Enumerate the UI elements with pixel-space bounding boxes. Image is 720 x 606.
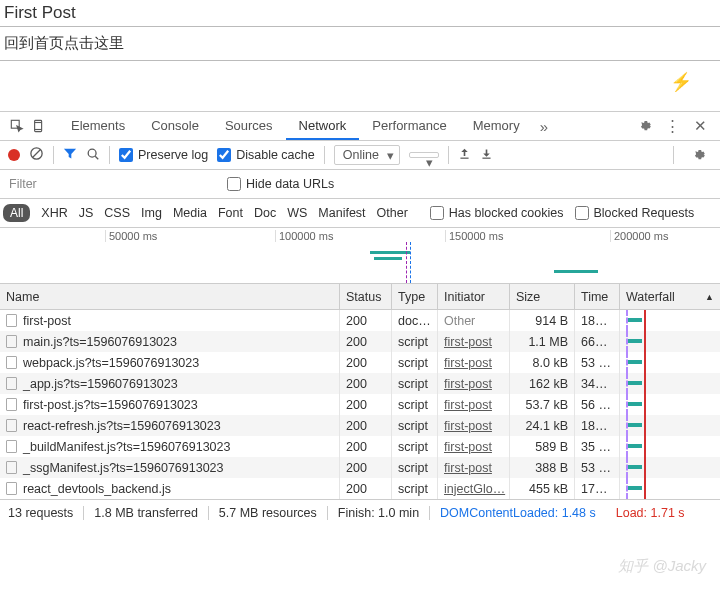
timeline-overview[interactable]: 50000 ms100000 ms150000 ms200000 ms xyxy=(0,228,720,284)
cell-initiator[interactable]: first-post xyxy=(438,331,510,352)
cell-initiator[interactable]: first-post xyxy=(438,457,510,478)
svg-line-7 xyxy=(95,156,98,159)
network-row[interactable]: webpack.js?ts=1596076913023200scriptfirs… xyxy=(0,352,720,373)
tab-console[interactable]: Console xyxy=(138,112,212,140)
devtools-tabs: ElementsConsoleSourcesNetworkPerformance… xyxy=(58,112,533,140)
network-row[interactable]: main.js?ts=1596076913023200scriptfirst-p… xyxy=(0,331,720,352)
cell-name: first-post.js?ts=1596076913023 xyxy=(0,394,340,415)
network-row[interactable]: _buildManifest.js?ts=1596076913023200scr… xyxy=(0,436,720,457)
settings-gear-icon[interactable] xyxy=(629,119,658,134)
bolt-icon: ⚡ xyxy=(670,71,692,93)
disable-cache-checkbox[interactable]: Disable cache xyxy=(217,148,315,162)
network-row[interactable]: first-post.js?ts=1596076913023200scriptf… xyxy=(0,394,720,415)
type-xhr[interactable]: XHR xyxy=(41,206,67,220)
back-home-link[interactable]: 回到首页点击这里 xyxy=(0,27,720,60)
cell-name: _app.js?ts=1596076913023 xyxy=(0,373,340,394)
cell-type: script xyxy=(392,331,438,352)
throttling-select[interactable]: Online xyxy=(334,145,400,165)
inspect-icon[interactable] xyxy=(6,112,28,140)
tab-network[interactable]: Network xyxy=(286,112,360,140)
filter-bar: Hide data URLs xyxy=(0,170,720,199)
network-row[interactable]: _ssgManifest.js?ts=1596076913023200scrip… xyxy=(0,457,720,478)
cell-initiator[interactable]: first-post xyxy=(438,352,510,373)
svg-rect-9 xyxy=(482,158,490,159)
cell-size: 24.1 kB xyxy=(510,415,575,436)
col-waterfall[interactable]: Waterfall▲ xyxy=(620,284,720,309)
timeline-tick: 50000 ms xyxy=(105,230,157,242)
network-row[interactable]: _app.js?ts=1596076913023200scriptfirst-p… xyxy=(0,373,720,394)
device-toggle-icon[interactable] xyxy=(28,112,50,140)
record-button[interactable] xyxy=(8,149,20,161)
cell-status: 200 xyxy=(340,352,392,373)
download-har-icon[interactable] xyxy=(480,147,493,163)
col-time[interactable]: Time xyxy=(575,284,620,309)
tab-performance[interactable]: Performance xyxy=(359,112,459,140)
cell-name: first-post xyxy=(0,310,340,331)
col-name[interactable]: Name xyxy=(0,284,340,309)
type-css[interactable]: CSS xyxy=(104,206,130,220)
network-row[interactable]: first-post200doc…Other914 B18… xyxy=(0,310,720,331)
kebab-menu-icon[interactable]: ⋮ xyxy=(658,117,687,135)
cell-initiator[interactable]: first-post xyxy=(438,436,510,457)
tab-sources[interactable]: Sources xyxy=(212,112,286,140)
file-icon xyxy=(6,377,17,390)
cell-time: 56 … xyxy=(575,394,620,415)
svg-line-5 xyxy=(33,150,41,158)
network-settings-gear-icon[interactable] xyxy=(683,148,712,163)
type-font[interactable]: Font xyxy=(218,206,243,220)
blocked-requests-checkbox[interactable]: Blocked Requests xyxy=(575,206,695,220)
type-img[interactable]: Img xyxy=(141,206,162,220)
filter-icon[interactable] xyxy=(63,147,77,164)
col-status[interactable]: Status xyxy=(340,284,392,309)
col-initiator[interactable]: Initiator xyxy=(438,284,510,309)
cell-size: 8.0 kB xyxy=(510,352,575,373)
browser-page: First Post 回到首页点击这里 xyxy=(0,0,720,61)
network-row[interactable]: react-refresh.js?ts=1596076913023200scri… xyxy=(0,415,720,436)
tabs-overflow-icon[interactable]: » xyxy=(533,118,555,135)
svg-point-6 xyxy=(88,149,96,157)
cell-initiator[interactable]: injectGlo… xyxy=(438,478,510,499)
type-manifest[interactable]: Manifest xyxy=(318,206,365,220)
throttling-presets[interactable] xyxy=(409,152,439,158)
sb-transferred: 1.8 MB transferred xyxy=(84,506,209,520)
cell-initiator[interactable]: first-post xyxy=(438,373,510,394)
upload-har-icon[interactable] xyxy=(458,147,471,163)
type-media[interactable]: Media xyxy=(173,206,207,220)
devtools-panel: ElementsConsoleSourcesNetworkPerformance… xyxy=(0,111,720,525)
col-size[interactable]: Size xyxy=(510,284,575,309)
clear-icon[interactable] xyxy=(29,146,44,164)
cell-initiator[interactable]: first-post xyxy=(438,415,510,436)
search-icon[interactable] xyxy=(86,147,100,164)
cell-status: 200 xyxy=(340,310,392,331)
type-js[interactable]: JS xyxy=(79,206,94,220)
type-all[interactable]: All xyxy=(3,204,30,222)
cell-initiator[interactable]: first-post xyxy=(438,394,510,415)
cell-waterfall xyxy=(620,415,720,436)
sb-dcl: DOMContentLoaded: 1.48 s xyxy=(430,506,606,520)
cell-time: 66… xyxy=(575,331,620,352)
hide-data-urls-checkbox[interactable]: Hide data URLs xyxy=(227,177,334,191)
cell-time: 35 … xyxy=(575,436,620,457)
timeline-tick: 200000 ms xyxy=(610,230,668,242)
cell-size: 53.7 kB xyxy=(510,394,575,415)
sb-finish: Finish: 1.0 min xyxy=(328,506,430,520)
cell-name: webpack.js?ts=1596076913023 xyxy=(0,352,340,373)
cell-type: script xyxy=(392,373,438,394)
cell-time: 53 … xyxy=(575,352,620,373)
cell-initiator[interactable]: Other xyxy=(438,310,510,331)
network-row[interactable]: react_devtools_backend.js200scriptinject… xyxy=(0,478,720,499)
cell-waterfall xyxy=(620,331,720,352)
tab-memory[interactable]: Memory xyxy=(460,112,533,140)
preserve-log-checkbox[interactable]: Preserve log xyxy=(119,148,208,162)
file-icon xyxy=(6,398,17,411)
type-doc[interactable]: Doc xyxy=(254,206,276,220)
filter-input[interactable] xyxy=(3,172,213,196)
tab-elements[interactable]: Elements xyxy=(58,112,138,140)
devtools-tabbar: ElementsConsoleSourcesNetworkPerformance… xyxy=(0,112,720,141)
has-blocked-cookies-checkbox[interactable]: Has blocked cookies xyxy=(430,206,564,220)
col-type[interactable]: Type xyxy=(392,284,438,309)
type-other[interactable]: Other xyxy=(377,206,408,220)
cell-status: 200 xyxy=(340,436,392,457)
close-devtools-icon[interactable]: ✕ xyxy=(687,117,714,135)
type-ws[interactable]: WS xyxy=(287,206,307,220)
